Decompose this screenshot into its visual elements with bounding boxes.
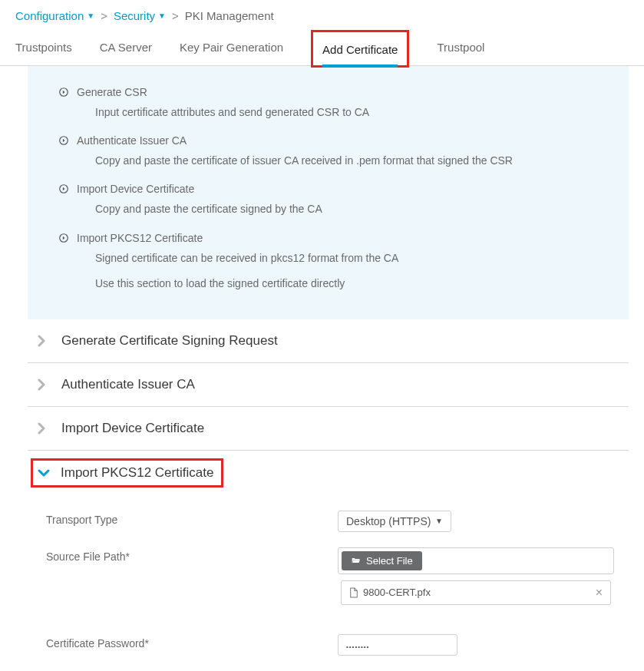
folder-open-icon	[351, 556, 362, 565]
tab-bar: Trustpoints CA Server Key Pair Generatio…	[0, 30, 644, 66]
section-body: Transport Type Desktop (HTTPS) ▼ Source …	[28, 495, 629, 671]
password-value: ••••••••	[346, 643, 369, 650]
section-header[interactable]: Authenticate Issuer CA	[28, 363, 629, 406]
file-name: 9800-CERT.pfx	[363, 587, 431, 598]
chevron-right-icon	[35, 422, 48, 435]
row-certificate-password: Certificate Password* ••••••••	[28, 613, 629, 663]
section-header[interactable]: Generate Certificate Signing Request	[28, 319, 629, 362]
row-import: Import	[28, 663, 629, 671]
section-authenticate-issuer-ca: Authenticate Issuer CA	[28, 363, 629, 407]
section-header[interactable]: Import Device Certificate	[28, 407, 629, 450]
arrow-right-circle-icon	[58, 135, 69, 146]
section-title: Authenticate Issuer CA	[61, 377, 195, 392]
chevron-down-icon	[38, 467, 50, 479]
tab-ca-server[interactable]: CA Server	[100, 30, 152, 65]
section-import-device-certificate: Import Device Certificate	[28, 407, 629, 451]
info-desc: Copy and paste the certificate of issuer…	[58, 150, 616, 175]
section-import-pkcs12: Import PKCS12 Certificate Transport Type…	[28, 451, 629, 671]
row-source-file-path: Source File Path* Select File	[28, 540, 629, 613]
arrow-right-circle-icon	[58, 87, 69, 98]
breadcrumb-separator: >	[172, 9, 179, 22]
file-input-container: Select File	[338, 547, 614, 574]
info-title: Import PKCS12 Certificate	[77, 232, 203, 244]
breadcrumb-label: Security	[114, 9, 155, 22]
section-title: Import PKCS12 Certificate	[61, 465, 213, 481]
info-desc: Use this section to load the signed cert…	[58, 273, 616, 298]
tab-trustpool[interactable]: Trustpool	[437, 30, 484, 65]
info-desc: Input certificate attributes and send ge…	[58, 101, 616, 127]
arrow-right-circle-icon	[58, 183, 69, 194]
breadcrumb-security[interactable]: Security ▼	[114, 9, 166, 22]
transport-type-select[interactable]: Desktop (HTTPS) ▼	[338, 511, 451, 532]
accordion: Generate Certificate Signing Request Aut…	[28, 319, 629, 671]
label-certificate-password: Certificate Password*	[46, 634, 338, 650]
file-icon	[349, 587, 358, 598]
breadcrumb-configuration[interactable]: Configuration ▼	[15, 9, 94, 22]
tab-trustpoints[interactable]: Trustpoints	[15, 30, 72, 65]
breadcrumb-separator: >	[101, 9, 107, 22]
chevron-right-icon	[35, 378, 48, 391]
certificate-password-input[interactable]: ••••••••	[338, 634, 457, 656]
select-file-label: Select File	[366, 555, 413, 567]
breadcrumb: Configuration ▼ > Security ▼ > PKI Manag…	[0, 0, 644, 30]
arrow-right-circle-icon	[58, 233, 69, 243]
highlight-box: Add Certificate	[311, 30, 409, 68]
select-value: Desktop (HTTPS)	[346, 515, 431, 527]
info-item-generate-csr: Generate CSR Input certificate attribute…	[58, 83, 616, 127]
chevron-right-icon	[35, 335, 48, 347]
section-title: Import Device Certificate	[61, 421, 204, 436]
label-source-file-path: Source File Path*	[46, 547, 338, 563]
info-title: Authenticate Issuer CA	[77, 134, 187, 147]
info-desc: Signed certificate can be received in pk…	[58, 247, 616, 273]
info-item-import-device-certificate: Import Device Certificate Copy and paste…	[58, 180, 616, 223]
row-transport-type: Transport Type Desktop (HTTPS) ▼	[28, 503, 629, 540]
info-title: Generate CSR	[77, 86, 147, 98]
info-item-authenticate-issuer-ca: Authenticate Issuer CA Copy and paste th…	[58, 131, 616, 175]
section-header[interactable]: Import PKCS12 Certificate	[28, 451, 629, 495]
label-transport-type: Transport Type	[46, 511, 338, 526]
breadcrumb-current: PKI Management	[185, 9, 274, 22]
caret-down-icon: ▼	[87, 12, 94, 20]
info-title: Import Device Certificate	[77, 183, 194, 195]
caret-down-icon: ▼	[158, 12, 166, 20]
tab-key-pair-generation[interactable]: Key Pair Generation	[180, 30, 283, 65]
highlight-box: Import PKCS12 Certificate	[31, 458, 223, 488]
section-generate-csr: Generate Certificate Signing Request	[28, 319, 629, 363]
tab-add-certificate[interactable]: Add Certificate	[322, 32, 398, 65]
remove-file-button[interactable]: ×	[596, 586, 603, 600]
select-file-button[interactable]: Select File	[342, 551, 422, 570]
breadcrumb-label: Configuration	[15, 9, 84, 22]
info-panel: Generate CSR Input certificate attribute…	[28, 66, 629, 319]
caret-down-icon: ▼	[435, 517, 443, 525]
section-title: Generate Certificate Signing Request	[61, 333, 278, 349]
info-item-import-pkcs12: Import PKCS12 Certificate Signed certifi…	[58, 229, 616, 298]
info-desc: Copy and paste the certificate signed by…	[58, 198, 616, 223]
selected-file-chip: 9800-CERT.pfx ×	[341, 580, 611, 605]
